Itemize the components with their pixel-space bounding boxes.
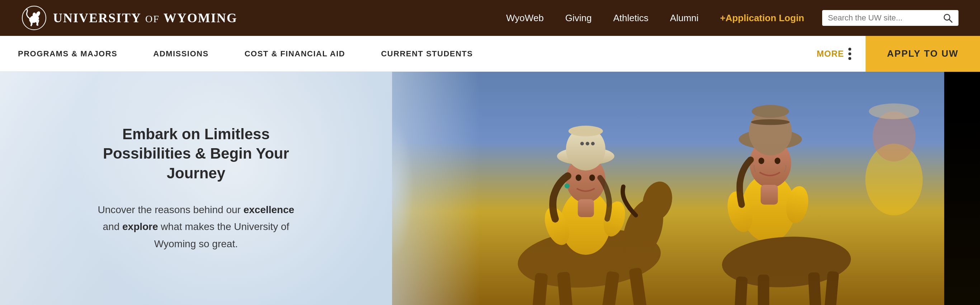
nav-programs-majors[interactable]: Programs & Majors	[0, 36, 135, 72]
nav-link-athletics[interactable]: Athletics	[613, 13, 649, 24]
hero-desc-bold2: explore	[123, 221, 158, 232]
search-button[interactable]	[943, 13, 953, 23]
nav-link-alumni[interactable]: Alumni	[670, 13, 698, 24]
hero-section: Embark on Limitless Possibilities & Begi…	[0, 72, 980, 305]
svg-point-40	[751, 119, 789, 125]
svg-point-30	[589, 174, 595, 181]
svg-point-42	[775, 158, 780, 164]
svg-rect-32	[578, 199, 594, 217]
hero-desc-text2: and	[103, 221, 123, 232]
uw-logo-icon	[22, 5, 47, 30]
top-nav-links: WyoWeb Giving Athletics Alumni +Applicat…	[506, 13, 804, 24]
top-navigation: University of Wyoming WyoWeb Giving Athl…	[0, 0, 980, 36]
svg-point-51	[869, 103, 919, 119]
svg-rect-43	[760, 185, 778, 204]
svg-point-31	[565, 184, 570, 188]
nav-link-wyoweb[interactable]: WyoWeb	[506, 13, 544, 24]
more-dots-icon	[848, 48, 851, 60]
university-name-text: University of Wyoming	[53, 10, 237, 26]
svg-rect-47	[808, 272, 821, 305]
more-button[interactable]: More	[802, 48, 865, 60]
nav-cost-financial-aid[interactable]: Cost & Financial Aid	[227, 36, 363, 72]
hero-title: Embark on Limitless Possibilities & Begi…	[88, 125, 304, 184]
nav-admissions[interactable]: Admissions	[135, 36, 226, 72]
logo-area[interactable]: University of Wyoming	[22, 5, 237, 30]
secondary-nav-links: Programs & Majors Admissions Cost & Fina…	[0, 36, 802, 72]
hero-rodeo-image	[392, 72, 980, 305]
svg-point-27	[586, 142, 589, 145]
svg-point-41	[758, 158, 764, 164]
apply-to-uw-button[interactable]: Apply to UW	[865, 36, 980, 72]
svg-point-25	[568, 126, 603, 136]
hero-desc-text1: Uncover the reasons behind our	[97, 204, 243, 215]
svg-rect-45	[734, 276, 748, 305]
application-login-link[interactable]: +Application Login	[720, 13, 804, 24]
search-icon	[943, 13, 953, 23]
hero-text-area: Embark on Limitless Possibilities & Begi…	[0, 72, 392, 305]
svg-rect-52	[944, 72, 980, 305]
search-input[interactable]	[828, 13, 943, 22]
hero-desc-text3: what makes the University of Wyoming so …	[154, 221, 290, 249]
search-bar[interactable]	[822, 10, 958, 26]
svg-point-28	[591, 142, 595, 145]
nav-current-students[interactable]: Current Students	[363, 36, 491, 72]
svg-point-26	[581, 142, 584, 145]
more-label: More	[817, 49, 844, 59]
svg-line-9	[949, 19, 952, 22]
svg-point-29	[576, 174, 581, 181]
hero-desc-bold1: excellence	[243, 204, 294, 215]
svg-rect-46	[757, 275, 769, 305]
secondary-navigation: Programs & Majors Admissions Cost & Fina…	[0, 36, 980, 72]
hero-content: Embark on Limitless Possibilities & Begi…	[88, 125, 304, 252]
hero-description: Uncover the reasons behind our excellenc…	[88, 201, 304, 252]
hero-image-area	[392, 72, 980, 305]
nav-link-giving[interactable]: Giving	[565, 13, 592, 24]
svg-rect-11	[392, 72, 464, 305]
svg-point-39	[751, 105, 789, 118]
